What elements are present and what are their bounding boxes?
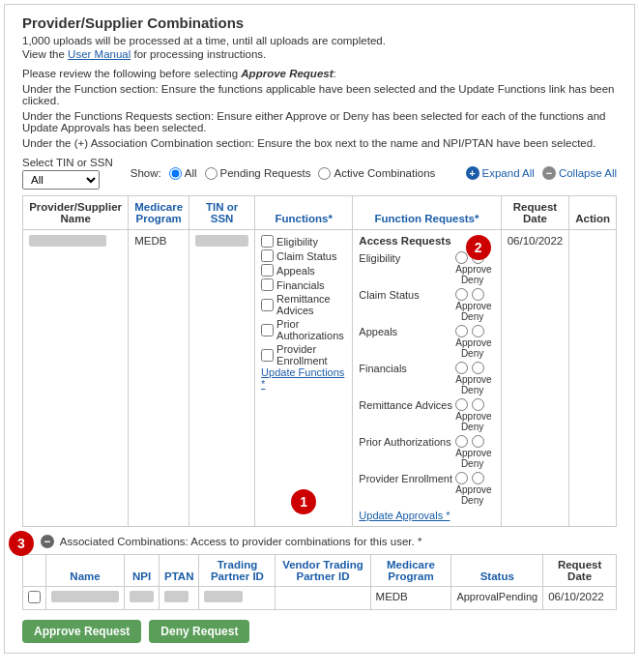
show-all-option[interactable]: All	[169, 167, 197, 180]
func-req-appeals: Appeals	[359, 325, 494, 337]
tin-select[interactable]: All	[22, 170, 100, 190]
col-req-date: Request Date	[543, 555, 617, 587]
func-appeals[interactable]: Appeals	[261, 264, 346, 277]
medicare-program-cell: MEDB	[129, 230, 189, 527]
row-npi-cell	[125, 587, 160, 610]
main-table: Provider/Supplier Name Medicare Program …	[22, 195, 617, 527]
associated-combinations-row: 3 − Associated Combinations: Access to p…	[22, 535, 617, 548]
row-name-cell	[46, 587, 125, 610]
func-financials[interactable]: Financials	[261, 278, 346, 291]
expand-all-button[interactable]: + Expand All	[466, 166, 535, 180]
show-pending-option[interactable]: Pending Requests	[205, 167, 311, 180]
show-label: Show:	[131, 167, 161, 179]
func-req-provider-enrollment: Provider Enrollment	[359, 472, 494, 484]
info-line1: 1,000 uploads will be processed at a tim…	[22, 35, 617, 46]
func-req-remittance: Remittance Advices	[359, 398, 494, 411]
minus-circle-icon: −	[41, 535, 54, 548]
function-requests-cell: Access Requests 2 Eligibility	[353, 230, 501, 527]
badge-3: 3	[9, 531, 34, 556]
functions-list: Eligibility Claim Status Appeals Financi…	[261, 235, 346, 366]
instruction3: Under the (+) Association Combination se…	[22, 137, 617, 149]
instruction-header: Please review the following before selec…	[22, 68, 617, 79]
func-req-claim-status: Claim Status	[359, 288, 494, 301]
tin-select-label: Select TIN or SSN	[22, 157, 113, 168]
bottom-table: Name NPI PTAN Trading Partner ID Vendor …	[22, 554, 617, 610]
badge-1: 1	[291, 489, 316, 514]
deny-request-button[interactable]: Deny Request	[149, 620, 249, 643]
tin-ssn-cell	[189, 230, 255, 527]
col-vendor-trading-partner: Vendor Trading Partner ID	[276, 555, 370, 587]
collapse-icon: −	[542, 166, 556, 180]
controls-row: Select TIN or SSN All Show: All Pending …	[22, 157, 617, 190]
page-title: Provider/Supplier Combinations	[22, 15, 617, 31]
row-trading-partner-cell	[199, 587, 276, 610]
col-function-requests: Function Requests*	[353, 196, 501, 230]
tin-select-group: Select TIN or SSN All	[22, 157, 113, 190]
row-status-cell: ApprovalPending	[451, 587, 543, 610]
assoc-text: Associated Combinations: Access to provi…	[60, 536, 422, 547]
col-request-date: Request Date	[501, 196, 569, 230]
functions-link[interactable]: functions applicable	[218, 83, 316, 95]
row-checkbox-cell	[23, 587, 46, 610]
col-medicare-program: Medicare Program	[370, 555, 451, 587]
row-req-date-cell: 06/10/2022	[543, 587, 617, 610]
functions-cell: Eligibility Claim Status Appeals Financi…	[255, 230, 353, 527]
instructions-section: Please review the following before selec…	[22, 68, 617, 149]
show-section: Show: All Pending Requests Active Combin…	[131, 167, 436, 180]
col-status: Status	[451, 555, 543, 587]
col-check	[23, 555, 46, 587]
row-ptan-cell	[160, 587, 199, 610]
request-date-cell: 06/10/2022	[501, 230, 569, 527]
row-medicare-cell: MEDB	[370, 587, 451, 610]
col-npi: NPI	[125, 555, 160, 587]
col-trading-partner: Trading Partner ID	[199, 555, 276, 587]
update-functions-link[interactable]: Update Functions *	[261, 366, 344, 390]
instruction1: Under the Function section: Ensure the f…	[22, 83, 617, 106]
row-vendor-trading-partner-cell	[276, 587, 370, 610]
func-req-prior-auth: Prior Authorizations	[359, 435, 494, 448]
col-functions: Functions*	[255, 196, 353, 230]
col-medicare: Medicare Program	[129, 196, 189, 230]
col-ptan: PTAN	[160, 555, 199, 587]
provider-name-cell	[23, 230, 129, 527]
col-tin-ssn: TIN or SSN	[189, 196, 255, 230]
table-row: MEDB ApprovalPending 06/10/2022	[23, 587, 617, 610]
approve-request-button[interactable]: Approve Request	[22, 620, 141, 643]
func-claim-status[interactable]: Claim Status	[261, 249, 346, 262]
expand-collapse-section: + Expand All − Collapse All	[466, 166, 617, 180]
func-eligibility[interactable]: Eligibility	[261, 235, 346, 248]
func-remittance[interactable]: Remittance Advices	[261, 293, 346, 316]
action-buttons: Approve Request Deny Request	[22, 620, 617, 643]
col-action: Action	[569, 196, 617, 230]
user-manual-link[interactable]: User Manual	[68, 48, 131, 60]
func-req-financials: Financials	[359, 362, 494, 374]
col-name: Name	[46, 555, 125, 587]
action-cell	[569, 230, 617, 527]
func-provider-enrollment[interactable]: Provider Enrollment	[261, 343, 346, 366]
function-items-list: Eligibility Approve Deny Claim Status	[359, 251, 494, 506]
row-checkbox[interactable]	[28, 591, 41, 603]
col-provider-name: Provider/Supplier Name	[23, 196, 129, 230]
collapse-all-button[interactable]: − Collapse All	[542, 166, 617, 180]
badge-2: 2	[466, 235, 491, 260]
update-approvals-link[interactable]: Update Approvals *	[359, 510, 494, 521]
func-prior-auth[interactable]: Prior Authorizations	[261, 318, 346, 341]
show-active-option[interactable]: Active Combinations	[318, 167, 435, 180]
expand-icon: +	[466, 166, 479, 180]
info-line2: View the User Manual for processing inst…	[22, 48, 617, 60]
instruction2: Under the Functions Requests section: En…	[22, 110, 617, 133]
